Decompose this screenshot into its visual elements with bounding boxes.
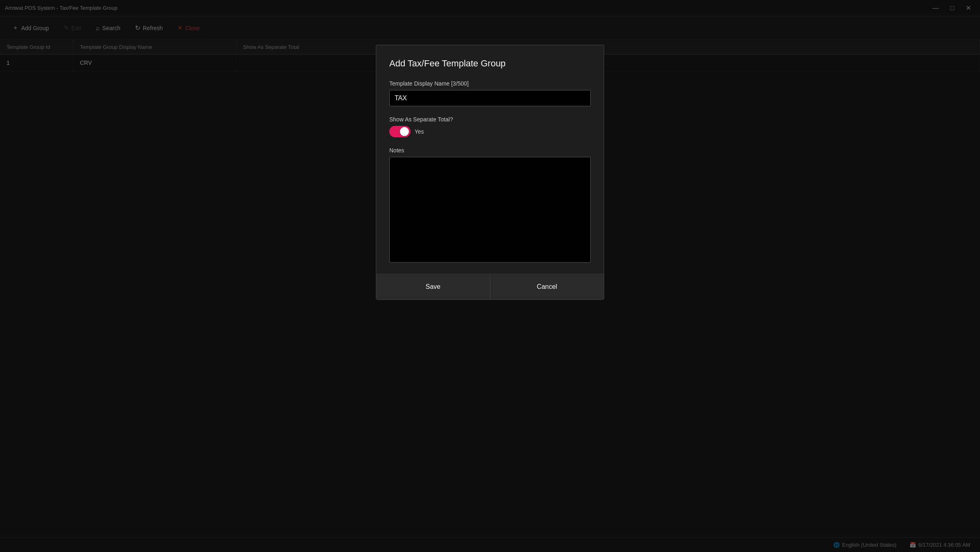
toggle-yes-text: Yes xyxy=(415,128,424,135)
notes-label: Notes xyxy=(389,147,591,154)
separate-total-toggle[interactable] xyxy=(389,126,411,137)
add-template-group-dialog: Add Tax/Fee Template Group Template Disp… xyxy=(376,45,604,300)
name-field-label: Template Display Name [3/500] xyxy=(389,80,591,87)
dialog-title: Add Tax/Fee Template Group xyxy=(389,58,591,69)
notes-textarea[interactable] xyxy=(389,157,591,263)
toggle-thumb xyxy=(400,127,409,136)
cancel-button[interactable]: Cancel xyxy=(490,274,604,299)
template-name-input[interactable] xyxy=(389,90,591,106)
dialog-footer: Save Cancel xyxy=(376,274,604,299)
toggle-track xyxy=(389,126,411,137)
separate-total-toggle-row: Yes xyxy=(389,126,591,137)
save-button[interactable]: Save xyxy=(376,274,490,299)
toggle-section-label: Show As Separate Total? xyxy=(389,116,591,123)
